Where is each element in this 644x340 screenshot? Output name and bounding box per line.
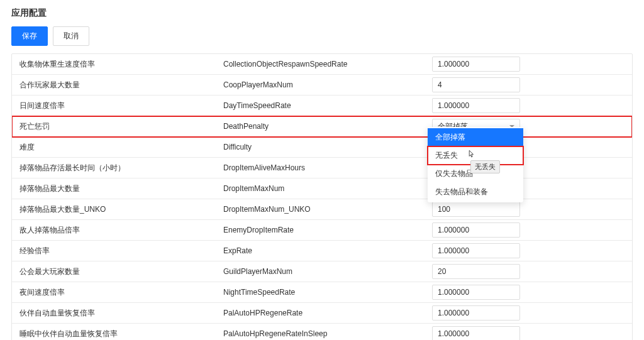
setting-label: 死亡惩罚 [12, 121, 221, 132]
setting-key: EnemyDropItemRate [221, 226, 430, 234]
setting-label: 经验倍率 [12, 246, 221, 256]
table-row: 伙伴自动血量恢复倍率PalAutoHPRegeneRate [12, 303, 632, 324]
setting-key: PalAutoHpRegeneRateInSleep [221, 329, 430, 338]
setting-key: DayTimeSpeedRate [221, 101, 430, 110]
setting-label: 睡眠中伙伴自动血量恢复倍率 [12, 329, 221, 339]
setting-value-cell [430, 202, 523, 217]
setting-label: 日间速度倍率 [12, 101, 221, 111]
setting-input[interactable] [432, 77, 520, 92]
setting-label: 公会最大玩家数量 [12, 266, 221, 277]
table-row: 难度Difficulty [12, 137, 632, 158]
setting-key: DropItemMaxNum_UNKO [221, 205, 430, 214]
setting-label: 夜间速度倍率 [12, 287, 221, 298]
table-row: 夜间速度倍率NightTimeSpeedRate [12, 282, 632, 303]
setting-value-cell [430, 57, 523, 72]
setting-value-cell [430, 77, 523, 92]
setting-label: 难度 [12, 142, 221, 153]
table-row: 掉落物品最大数量_UNKODropItemMaxNum_UNKO [12, 199, 632, 220]
dropdown-option[interactable]: 失去物品和装备 [428, 183, 523, 201]
setting-value-cell [430, 222, 523, 238]
setting-key: Difficulty [221, 143, 430, 151]
setting-value-cell [430, 326, 523, 340]
dropdown-option[interactable]: 全部掉落 [428, 128, 523, 146]
setting-key: CollectionObjectRespawnSpeedRate [221, 60, 430, 69]
table-row: 掉落物品存活最长时间（小时）DropItemAliveMaxHours [12, 158, 632, 178]
setting-value-cell [430, 305, 523, 321]
setting-input[interactable] [432, 57, 520, 72]
setting-value-cell [430, 264, 523, 279]
table-row: 收集物体重生速度倍率CollectionObjectRespawnSpeedRa… [12, 54, 632, 75]
setting-input[interactable] [432, 98, 520, 113]
setting-input[interactable] [432, 285, 520, 300]
setting-value-cell [430, 285, 523, 300]
setting-input[interactable] [432, 222, 520, 238]
setting-label: 敌人掉落物品倍率 [12, 225, 221, 236]
table-row: 睡眠中伙伴自动血量恢复倍率PalAutoHpRegeneRateInSleep [12, 324, 632, 340]
action-bar: 保存 取消 [11, 26, 633, 46]
table-row: 经验倍率ExpRate [12, 241, 632, 261]
table-row: 死亡惩罚DeathPenalty全部掉落 [12, 116, 632, 137]
setting-label: 合作玩家最大数量 [12, 80, 221, 90]
table-row: 敌人掉落物品倍率EnemyDropItemRate [12, 220, 632, 241]
setting-key: DropItemMaxNum [221, 184, 430, 193]
setting-label: 收集物体重生速度倍率 [12, 59, 221, 70]
table-row: 公会最大玩家数量GuildPlayerMaxNum [12, 261, 632, 282]
setting-key: PalAutoHPRegeneRate [221, 309, 430, 317]
setting-value-cell [430, 98, 523, 113]
setting-label: 掉落物品最大数量 [12, 184, 221, 194]
setting-input[interactable] [432, 305, 520, 321]
table-row: 掉落物品最大数量DropItemMaxNum [12, 178, 632, 199]
setting-key: ExpRate [221, 246, 430, 255]
setting-label: 掉落物品存活最长时间（小时） [12, 163, 221, 173]
setting-input[interactable] [432, 243, 520, 258]
table-row: 合作玩家最大数量CoopPlayerMaxNum [12, 75, 632, 96]
setting-label: 掉落物品最大数量_UNKO [12, 204, 221, 215]
setting-key: DeathPenalty [221, 122, 430, 131]
settings-table: 收集物体重生速度倍率CollectionObjectRespawnSpeedRa… [11, 53, 633, 340]
setting-value-cell [430, 243, 523, 258]
setting-input[interactable] [432, 202, 520, 217]
setting-input[interactable] [432, 326, 520, 340]
setting-key: DropItemAliveMaxHours [221, 163, 430, 172]
table-row: 日间速度倍率DayTimeSpeedRate [12, 96, 632, 116]
setting-input[interactable] [432, 264, 520, 279]
cancel-button[interactable]: 取消 [53, 26, 89, 46]
setting-key: GuildPlayerMaxNum [221, 267, 430, 276]
page-title: 应用配置 [11, 8, 633, 19]
setting-label: 伙伴自动血量恢复倍率 [12, 308, 221, 319]
save-button[interactable]: 保存 [11, 26, 48, 46]
setting-key: NightTimeSpeedRate [221, 288, 430, 297]
tooltip: 无丢失 [470, 160, 500, 173]
setting-key: CoopPlayerMaxNum [221, 80, 430, 89]
